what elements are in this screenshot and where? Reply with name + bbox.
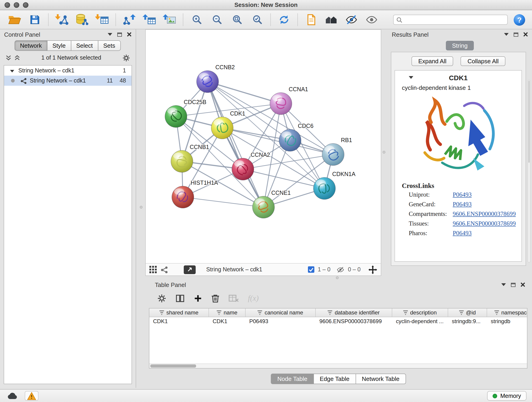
- open-session-button[interactable]: [5, 12, 25, 28]
- collapse-all-button[interactable]: Collapse All: [461, 56, 506, 66]
- show-all-button[interactable]: [361, 12, 382, 28]
- refresh-view-button[interactable]: [274, 12, 294, 28]
- help-button[interactable]: ?: [513, 13, 526, 26]
- hide-selected-button[interactable]: [341, 12, 361, 28]
- panel-close-icon[interactable]: [523, 32, 528, 37]
- warnings-button[interactable]: [25, 391, 38, 401]
- panel-menu-icon[interactable]: [108, 33, 112, 36]
- panel-menu-icon[interactable]: [501, 283, 506, 286]
- function-builder-button[interactable]: f(x): [248, 294, 259, 303]
- network-edge[interactable]: [208, 82, 281, 104]
- import-network-icon: [55, 14, 69, 26]
- column-header-namespace[interactable]: namespace: [487, 308, 527, 317]
- column-header-canonical-name[interactable]: canonical name: [246, 308, 316, 317]
- close-window-button[interactable]: [5, 2, 10, 7]
- column-header-@id[interactable]: @id: [448, 308, 487, 317]
- zoom-in-button[interactable]: [186, 12, 207, 28]
- grid-icon[interactable]: [149, 266, 157, 273]
- gear-icon[interactable]: [157, 294, 166, 303]
- cloud-status-button[interactable]: [6, 391, 19, 401]
- search-input[interactable]: [405, 17, 505, 23]
- zoom-out-icon: [211, 14, 222, 25]
- expand-all-tree-icon[interactable]: [6, 55, 12, 61]
- table-cell[interactable]: CDK1: [149, 317, 209, 325]
- splitter-handle[interactable]: [336, 276, 339, 279]
- add-column-icon[interactable]: [194, 294, 202, 303]
- section-collapse-icon[interactable]: [409, 76, 413, 79]
- zoom-window-button[interactable]: [23, 2, 28, 7]
- tab-network[interactable]: Network: [14, 40, 47, 51]
- table-cell[interactable]: 9606.ENSP00000378699: [316, 317, 392, 325]
- crosslink-link[interactable]: P06493: [453, 201, 472, 208]
- scrollbar-thumb[interactable]: [150, 364, 196, 368]
- tab-network-table[interactable]: Network Table: [355, 374, 406, 384]
- collapse-all-tree-icon[interactable]: [14, 55, 20, 61]
- crosslink-link[interactable]: 9606.ENSP00000378699: [453, 210, 516, 217]
- memory-button[interactable]: Memory: [487, 391, 526, 401]
- tree-expander-icon[interactable]: [10, 69, 14, 73]
- document-copy-button[interactable]: [301, 12, 321, 28]
- crosslink-link[interactable]: P06493: [453, 230, 472, 237]
- string-results-tab[interactable]: String: [446, 41, 474, 51]
- table-clear-icon[interactable]: [229, 294, 239, 303]
- minimize-window-button[interactable]: [14, 2, 19, 7]
- import-network-from-file-button[interactable]: [52, 12, 72, 28]
- scrollbar-thumb[interactable]: [528, 81, 530, 162]
- home-button[interactable]: [321, 12, 341, 28]
- tab-node-table[interactable]: Node Table: [271, 374, 314, 384]
- network-edge[interactable]: [183, 197, 264, 207]
- table-cell[interactable]: stringdb: [487, 317, 527, 325]
- tab-select[interactable]: Select: [70, 40, 98, 51]
- save-session-button[interactable]: [25, 12, 45, 28]
- export-table-button[interactable]: [139, 12, 159, 28]
- export-image-button[interactable]: [159, 12, 180, 28]
- table-cell[interactable]: CDK1: [209, 317, 246, 325]
- zoom-out-button[interactable]: [207, 12, 227, 28]
- panel-close-icon[interactable]: [127, 32, 132, 37]
- network-edge[interactable]: [208, 82, 264, 207]
- panel-menu-icon[interactable]: [504, 33, 509, 36]
- results-scrollbar[interactable]: [527, 80, 531, 263]
- network-collection-row[interactable]: String Network – cdk1 1: [4, 65, 132, 76]
- protein-section-header[interactable]: CDK1: [395, 70, 521, 84]
- panel-float-icon[interactable]: [514, 32, 518, 36]
- table-horizontal-scrollbar[interactable]: [149, 364, 527, 368]
- export-network-button[interactable]: [119, 12, 139, 28]
- network-edge[interactable]: [243, 169, 324, 188]
- splitter-handle[interactable]: [383, 151, 385, 153]
- selected-counts: 1 – 0: [318, 266, 331, 273]
- crosslink-link[interactable]: P06493: [453, 191, 472, 198]
- panel-float-icon[interactable]: [511, 283, 515, 287]
- column-header-database-identifier[interactable]: database identifier: [316, 308, 392, 317]
- tab-sets[interactable]: Sets: [98, 40, 121, 51]
- column-header-shared-name[interactable]: shared name: [149, 308, 209, 317]
- share-network-icon[interactable]: [161, 266, 168, 273]
- zoom-fit-button[interactable]: [227, 12, 247, 28]
- tab-edge-table[interactable]: Edge Table: [313, 374, 356, 384]
- tab-style[interactable]: Style: [47, 40, 71, 51]
- fit-content-icon[interactable]: [368, 265, 377, 274]
- import-network-from-database-button[interactable]: [72, 12, 92, 28]
- splitter-handle[interactable]: [140, 206, 143, 209]
- table-cell[interactable]: stringdb:9...: [448, 317, 487, 325]
- columns-icon[interactable]: [176, 294, 185, 303]
- crosslink-link[interactable]: 9606.ENSP00000378699: [453, 220, 516, 227]
- gear-icon[interactable]: [122, 54, 130, 62]
- zoom-selected-button[interactable]: [247, 12, 267, 28]
- selected-checkbox-icon[interactable]: [308, 266, 315, 273]
- expand-all-button[interactable]: Expand All: [412, 56, 453, 66]
- birdseye-button[interactable]: [184, 265, 196, 274]
- column-header-description[interactable]: description: [392, 308, 448, 317]
- import-table-from-file-button[interactable]: [92, 12, 112, 28]
- network-canvas[interactable]: CCNB2CCNA1CDC25BCDK1CDC6RB1CCNB1CCNA2CDK…: [146, 30, 381, 263]
- search-field[interactable]: [393, 15, 508, 25]
- table-cell[interactable]: P06493: [246, 317, 316, 325]
- table-row[interactable]: CDK1CDK1P064939606.ENSP00000378699cyclin…: [149, 317, 527, 325]
- delete-column-icon[interactable]: [211, 294, 220, 303]
- panel-close-icon[interactable]: [520, 282, 525, 287]
- column-header-name[interactable]: name: [209, 308, 246, 317]
- hidden-eye-slash-icon[interactable]: [336, 266, 345, 273]
- panel-float-icon[interactable]: [117, 32, 122, 36]
- table-cell[interactable]: cyclin-dependent ...: [392, 317, 448, 325]
- network-row[interactable]: String Network – cdk1 11 48: [4, 76, 132, 86]
